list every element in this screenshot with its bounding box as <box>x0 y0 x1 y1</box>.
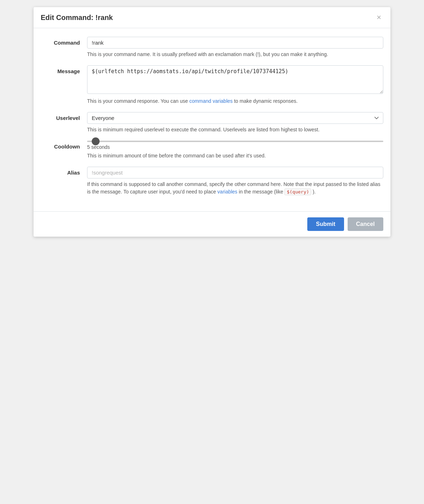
userlevel-help: This is minimum required userlevel to ex… <box>87 126 383 133</box>
modal-body: Command This is your command name. It is… <box>34 28 390 211</box>
command-variables-link[interactable]: command variables <box>189 98 232 104</box>
submit-button[interactable]: Submit <box>307 217 344 231</box>
cooldown-slider[interactable] <box>87 141 383 142</box>
alias-help: If this command is supposed to call anot… <box>87 181 383 196</box>
message-row: Message This is your command response. Y… <box>41 65 383 105</box>
alias-input[interactable] <box>87 167 383 178</box>
edit-command-modal: Edit Command: !rank × Command This is yo… <box>34 7 390 237</box>
modal-footer: Submit Cancel <box>34 211 390 237</box>
command-input[interactable] <box>87 37 383 49</box>
userlevel-label: Userlevel <box>41 112 87 121</box>
message-help-suffix: to make dynamic responses. <box>233 98 298 104</box>
message-label: Message <box>41 65 87 74</box>
variables-link[interactable]: variables <box>217 189 237 195</box>
alias-help-middle: in the message (like <box>237 189 284 195</box>
message-help-prefix: This is your command response. You can u… <box>87 98 189 104</box>
command-control-wrap: This is your command name. It is usually… <box>87 37 383 58</box>
modal-title: Edit Command: !rank <box>41 14 113 22</box>
close-button[interactable]: × <box>374 13 383 22</box>
cooldown-row: Cooldown 5 seconds This is minimum amoun… <box>41 141 383 160</box>
message-control-wrap: This is your command response. You can u… <box>87 65 383 105</box>
userlevel-select[interactable]: EveryoneSubscriberRegularModeratorSuper … <box>87 112 383 124</box>
modal-header: Edit Command: !rank × <box>34 7 390 28</box>
alias-label: Alias <box>41 167 87 176</box>
message-textarea[interactable] <box>87 65 383 94</box>
alias-control-wrap: If this command is supposed to call anot… <box>87 167 383 196</box>
userlevel-row: Userlevel EveryoneSubscriberRegularModer… <box>41 112 383 133</box>
cooldown-slider-wrap <box>87 141 383 142</box>
cooldown-help: This is minimum amount of time before th… <box>87 152 383 160</box>
alias-row: Alias If this command is supposed to cal… <box>41 167 383 196</box>
command-row: Command This is your command name. It is… <box>41 37 383 58</box>
command-help: This is your command name. It is usually… <box>87 51 383 58</box>
command-label: Command <box>41 37 87 46</box>
alias-code: $(query) <box>284 188 311 195</box>
cooldown-label: Cooldown <box>41 141 87 150</box>
message-help: This is your command response. You can u… <box>87 97 383 105</box>
cancel-button[interactable]: Cancel <box>348 217 383 231</box>
userlevel-control-wrap: EveryoneSubscriberRegularModeratorSuper … <box>87 112 383 133</box>
alias-help-suffix: ). <box>311 189 316 195</box>
cooldown-control-wrap: 5 seconds This is minimum amount of time… <box>87 141 383 160</box>
